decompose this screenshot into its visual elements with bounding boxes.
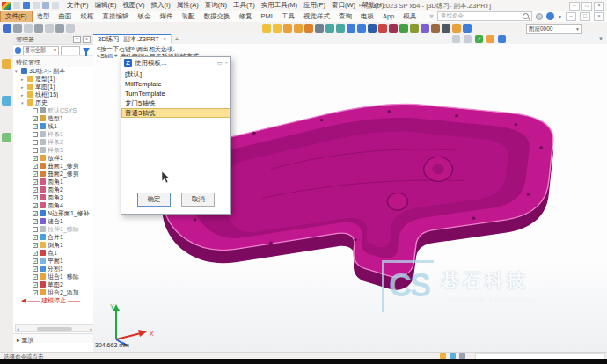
ribbon-tab[interactable]: 文件(F) bbox=[0, 11, 33, 23]
view-tool-icon[interactable] bbox=[452, 35, 460, 43]
cancel-button[interactable]: 取消 bbox=[181, 193, 215, 207]
account-icon[interactable] bbox=[546, 12, 554, 20]
doc-minimize-button[interactable]: – bbox=[566, 12, 576, 21]
toolbar-icon[interactable] bbox=[463, 24, 472, 33]
template-list-item[interactable]: 龙门5轴铣 bbox=[121, 98, 230, 108]
tree-checkbox[interactable] bbox=[33, 156, 38, 161]
menu-item[interactable]: 插入(I) bbox=[151, 1, 171, 10]
toolbar-icon[interactable] bbox=[410, 24, 419, 33]
toolbar-icon[interactable] bbox=[283, 24, 292, 33]
ribbon-tab[interactable]: 造型 bbox=[33, 11, 55, 22]
new-tab-button[interactable]: + bbox=[172, 35, 182, 43]
ribbon-tab[interactable]: 钣金 bbox=[134, 11, 156, 22]
quick-access-icon[interactable] bbox=[42, 2, 49, 9]
tree-checkbox[interactable] bbox=[33, 132, 38, 137]
tree-checkbox[interactable] bbox=[33, 290, 38, 295]
favorites-icon[interactable]: ♥ bbox=[429, 13, 434, 20]
menu-item[interactable]: 编辑(E) bbox=[95, 1, 117, 10]
template-list-item[interactable]: 普通3轴铣 bbox=[121, 108, 230, 118]
window-control-button[interactable]: □ bbox=[581, 2, 592, 11]
filter-funnel-icon[interactable] bbox=[83, 48, 90, 53]
ribbon-tab[interactable]: 焊件 bbox=[156, 11, 178, 22]
document-tab[interactable]: 3D练习- 副本.Z3PRT × bbox=[93, 34, 172, 44]
toolbar-icon[interactable] bbox=[45, 24, 54, 33]
toolbar-icon[interactable] bbox=[452, 24, 461, 33]
quick-access-icon[interactable] bbox=[33, 2, 40, 9]
template-list-item[interactable]: [默认] bbox=[121, 69, 230, 79]
menu-item[interactable]: 查询(N) bbox=[205, 1, 227, 10]
view-tool-icon[interactable] bbox=[464, 35, 472, 43]
scroll-right-icon[interactable]: ▸ bbox=[90, 326, 92, 331]
scroll-left-icon[interactable]: ◂ bbox=[17, 326, 19, 331]
tab-close-icon[interactable]: × bbox=[163, 36, 166, 42]
quick-access-icon[interactable] bbox=[13, 2, 20, 9]
ribbon-collapse-icon[interactable]: ▼ bbox=[598, 36, 603, 41]
ribbon-tab[interactable]: 工具 bbox=[277, 11, 299, 22]
account-caret-icon[interactable]: ▼ bbox=[558, 14, 562, 19]
role-filter-icon[interactable] bbox=[15, 47, 21, 54]
toolbar-icon[interactable] bbox=[368, 24, 377, 33]
tree-expander[interactable]: ▸ bbox=[21, 92, 26, 98]
toolbar-icon[interactable] bbox=[315, 24, 324, 33]
tree-checkbox[interactable] bbox=[33, 195, 38, 200]
tree-expander[interactable]: ▸ bbox=[21, 84, 26, 90]
tree-checkbox[interactable] bbox=[33, 251, 38, 256]
view-tool-icon[interactable] bbox=[498, 35, 506, 43]
toolbar-icon[interactable] bbox=[389, 24, 398, 33]
dialog-help-icon[interactable]: ▭ bbox=[217, 60, 223, 66]
dock-visual-icon[interactable] bbox=[2, 133, 11, 142]
help-globe-icon[interactable] bbox=[536, 13, 543, 20]
panel-close-icon[interactable]: × bbox=[83, 36, 91, 43]
tree-checkbox[interactable] bbox=[33, 116, 38, 121]
layer-dropdown[interactable]: 图层0000 ▼ bbox=[526, 24, 582, 34]
view-tool-icon[interactable]: ✓ bbox=[475, 35, 483, 43]
ribbon-tab[interactable]: 电极 bbox=[356, 11, 378, 22]
menu-item[interactable]: 工具(T) bbox=[233, 1, 255, 10]
ok-button[interactable]: 确定 bbox=[137, 193, 171, 207]
panel-pin-icon[interactable]: □ bbox=[73, 36, 81, 43]
tree-checkbox[interactable] bbox=[33, 266, 38, 272]
filter-text-input[interactable] bbox=[61, 46, 80, 55]
ribbon-tab[interactable]: 修复 bbox=[235, 11, 257, 22]
toolbar-icon[interactable] bbox=[66, 24, 75, 33]
ribbon-tab[interactable]: PMI bbox=[257, 11, 277, 21]
view-tool-icon[interactable] bbox=[486, 35, 494, 43]
toolbar-icon[interactable] bbox=[55, 24, 64, 33]
toolbar-icon[interactable] bbox=[13, 24, 22, 33]
tree-checkbox[interactable] bbox=[33, 274, 38, 280]
toolbar-icon[interactable] bbox=[294, 24, 303, 33]
toolbar-icon[interactable] bbox=[304, 24, 313, 33]
tree-checkbox[interactable] bbox=[33, 187, 38, 193]
quick-access-icon[interactable] bbox=[52, 2, 59, 9]
ribbon-tab[interactable]: 视觉样式 bbox=[299, 11, 334, 22]
menu-item[interactable]: 窗口(W) bbox=[332, 1, 355, 10]
tree-checkbox[interactable] bbox=[33, 227, 38, 232]
tree-checkbox[interactable] bbox=[33, 140, 38, 145]
menu-item[interactable]: 文件(F) bbox=[67, 1, 89, 10]
scroll-thumb[interactable] bbox=[37, 327, 72, 331]
toolbar-icon[interactable] bbox=[378, 24, 387, 33]
window-control-button[interactable]: × bbox=[594, 2, 604, 11]
toolbar-icon[interactable] bbox=[442, 24, 450, 33]
display-filter-dropdown[interactable]: 显示全部 ▼ bbox=[23, 46, 59, 55]
toolbar-icon[interactable] bbox=[273, 24, 282, 33]
doc-restore-button[interactable]: □ bbox=[580, 12, 590, 21]
toolbar-icon[interactable] bbox=[325, 24, 334, 33]
tree-checkbox[interactable] bbox=[33, 179, 38, 185]
toolbar-icon[interactable] bbox=[357, 24, 366, 33]
tree-checkbox[interactable] bbox=[33, 258, 38, 264]
dock-view-icon[interactable] bbox=[2, 96, 11, 106]
quick-access-icon[interactable] bbox=[23, 2, 30, 9]
template-list-item[interactable]: MillTemplate bbox=[121, 79, 230, 89]
tree-checkbox[interactable] bbox=[33, 219, 38, 224]
toolbar-icon[interactable] bbox=[336, 24, 345, 33]
command-search-input[interactable]: 查找命令 bbox=[437, 11, 532, 21]
tree-expander[interactable]: ▸ bbox=[21, 76, 26, 82]
menu-item[interactable]: 实用工具(M) bbox=[261, 1, 297, 10]
ribbon-tab[interactable]: 曲面 bbox=[55, 11, 77, 22]
toolbar-icon[interactable] bbox=[34, 24, 43, 33]
ribbon-tab[interactable]: 线框 bbox=[77, 11, 99, 22]
tree-row[interactable]: ▸ 线框(15) bbox=[13, 91, 93, 98]
toolbar-icon[interactable] bbox=[24, 24, 33, 33]
tree-checkbox[interactable] bbox=[33, 148, 38, 153]
